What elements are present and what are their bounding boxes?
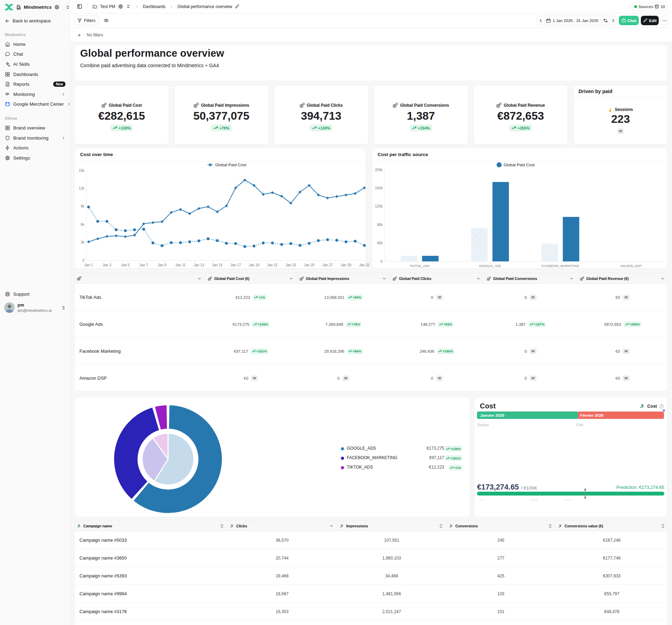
- svg-text:Jan 21: Jan 21: [267, 263, 278, 267]
- svg-text:Jan 9: Jan 9: [158, 263, 167, 267]
- svg-text:0: 0: [380, 260, 383, 264]
- svg-text:Jan 15: Jan 15: [212, 263, 223, 267]
- svg-text:Jan 13: Jan 13: [194, 263, 204, 267]
- svg-text:Jan 25: Jan 25: [304, 263, 314, 267]
- svg-text:TIKTOK_ADS: TIKTOK_ADS: [410, 264, 429, 268]
- svg-text:120k: 120k: [375, 204, 383, 208]
- svg-text:Jan 11: Jan 11: [175, 263, 186, 267]
- svg-text:15k: 15k: [79, 169, 85, 173]
- svg-text:200k: 200k: [375, 168, 383, 172]
- svg-text:80k: 80k: [377, 223, 383, 227]
- svg-text:3k: 3k: [80, 240, 85, 244]
- svg-text:Jan 27: Jan 27: [322, 263, 333, 267]
- svg-text:Global Paid Cost: Global Paid Cost: [504, 162, 535, 167]
- svg-text:FACEBOOK_MARKETING: FACEBOOK_MARKETING: [541, 264, 579, 268]
- svg-text:40k: 40k: [377, 241, 383, 245]
- svg-text:160k: 160k: [375, 186, 383, 190]
- svg-text:6k: 6k: [80, 223, 85, 226]
- svg-text:Jan 17: Jan 17: [230, 263, 241, 267]
- svg-text:AMAZON_DSP: AMAZON_DSP: [620, 264, 642, 268]
- svg-text:Jan 5: Jan 5: [121, 263, 130, 267]
- svg-text:Jan 29: Jan 29: [341, 263, 351, 267]
- svg-text:0: 0: [82, 259, 84, 262]
- svg-text:Jan 23: Jan 23: [286, 263, 296, 267]
- svg-text:Global Paid Cost: Global Paid Cost: [215, 162, 246, 167]
- svg-text:9k: 9k: [80, 204, 85, 208]
- svg-text:Jan 31: Jan 31: [359, 263, 370, 267]
- svg-text:Jan 19: Jan 19: [249, 263, 259, 267]
- svg-text:Jan 7: Jan 7: [139, 263, 148, 267]
- svg-text:Jan 1: Jan 1: [84, 263, 93, 267]
- svg-text:Jan 3: Jan 3: [103, 263, 111, 267]
- svg-text:GOOGLE_ADS: GOOGLE_ADS: [479, 264, 501, 268]
- svg-text:12k: 12k: [79, 187, 85, 190]
